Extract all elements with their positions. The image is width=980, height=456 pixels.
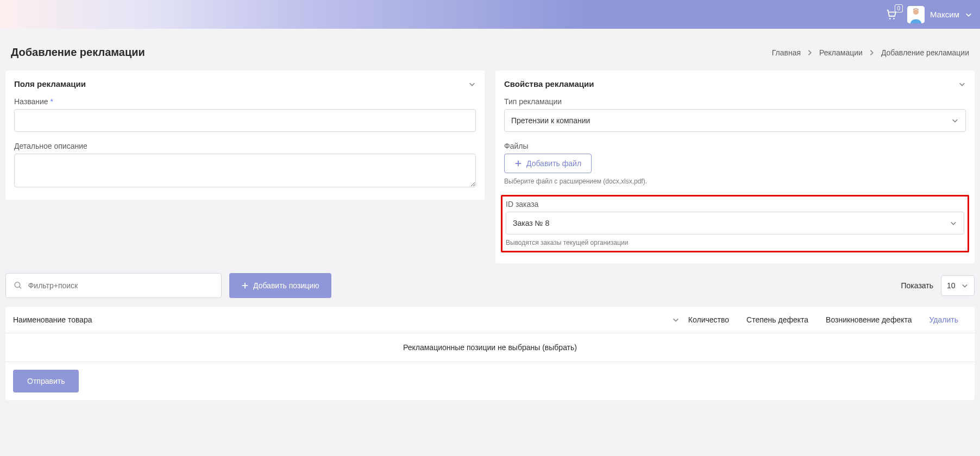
positions-table: Наименование товара Количество Степень д… xyxy=(5,307,975,400)
breadcrumb-reclamations[interactable]: Рекламации xyxy=(819,48,863,57)
user-name-label: Максим xyxy=(930,10,959,19)
search-icon xyxy=(14,281,23,290)
add-position-button[interactable]: Добавить позицию xyxy=(229,273,331,298)
type-label: Тип рекламации xyxy=(504,97,966,106)
add-file-button[interactable]: Добавить файл xyxy=(504,154,592,173)
sort-icon[interactable] xyxy=(672,316,680,324)
type-select[interactable]: Претензии к компании xyxy=(504,109,966,132)
avatar xyxy=(907,6,925,23)
collapse-toggle[interactable] xyxy=(958,80,966,88)
table-empty-row: Рекламационные позиции не выбраны (выбра… xyxy=(5,333,975,362)
page-size-value: 10 xyxy=(947,281,956,290)
svg-point-0 xyxy=(889,17,891,19)
chevron-right-icon xyxy=(868,49,876,56)
collapse-toggle[interactable] xyxy=(468,80,476,88)
col-product-name[interactable]: Наименование товара xyxy=(13,315,92,324)
page-header-row: Добавление рекламации Главная Рекламации… xyxy=(0,29,980,71)
cart-count-badge: 0 xyxy=(895,4,903,12)
chevron-right-icon xyxy=(806,49,814,56)
order-hint: Выводятся заказы текущей организации xyxy=(506,239,964,246)
svg-point-1 xyxy=(893,17,895,19)
breadcrumb: Главная Рекламации Добавление рекламации xyxy=(772,48,969,57)
positions-controls: Добавить позицию Показать 10 xyxy=(0,263,980,298)
table-header: Наименование товара Количество Степень д… xyxy=(5,307,975,333)
order-id-label: ID заказа xyxy=(506,200,964,208)
panel-reclamation-properties: Свойства рекламации Тип рекламации Прете… xyxy=(495,71,975,263)
submit-button[interactable]: Отправить xyxy=(13,370,79,392)
order-id-value: Заказ № 8 xyxy=(513,219,549,227)
chevron-down-icon xyxy=(965,11,972,18)
user-menu[interactable]: Максим xyxy=(907,6,972,23)
description-textarea[interactable] xyxy=(14,154,476,187)
order-id-highlight: ID заказа Заказ № 8 Выводятся заказы тек… xyxy=(501,195,969,252)
col-defect-level: Степень дефекта xyxy=(738,315,817,324)
chevron-down-icon xyxy=(951,117,959,124)
panel-fields-title: Поля рекламации xyxy=(14,79,86,88)
col-quantity: Количество xyxy=(680,315,738,324)
panel-props-title: Свойства рекламации xyxy=(504,79,594,88)
order-id-select[interactable]: Заказ № 8 xyxy=(506,212,964,235)
page-size-select[interactable]: 10 xyxy=(941,275,975,296)
chevron-down-icon xyxy=(961,282,969,289)
page-title: Добавление рекламации xyxy=(11,46,145,59)
panel-reclamation-fields: Поля рекламации Название * Детальное опи… xyxy=(5,71,485,200)
description-label: Детальное описание xyxy=(14,142,476,150)
type-select-value: Претензии к компании xyxy=(511,116,590,125)
show-label: Показать xyxy=(901,281,933,290)
breadcrumb-current: Добавление рекламации xyxy=(881,48,969,57)
cart-button[interactable]: 0 xyxy=(885,9,897,21)
svg-point-3 xyxy=(913,9,919,15)
filter-search-input[interactable] xyxy=(28,281,213,290)
chevron-down-icon xyxy=(950,219,957,227)
app-header: 0 Максим xyxy=(0,0,980,29)
plus-icon xyxy=(514,160,522,167)
plus-icon xyxy=(241,282,249,289)
filter-search-wrap[interactable] xyxy=(5,273,222,298)
svg-point-4 xyxy=(15,282,20,288)
name-input[interactable] xyxy=(14,109,476,132)
files-label: Файлы xyxy=(504,142,966,150)
name-label: Название * xyxy=(14,97,476,106)
file-hint: Выберите файл с расширением (docx,xlsx,p… xyxy=(504,178,966,185)
choose-positions-link[interactable]: (выбрать) xyxy=(542,343,577,352)
breadcrumb-home[interactable]: Главная xyxy=(772,48,801,57)
col-defect-origin: Возникновение дефекта xyxy=(817,315,920,324)
col-delete[interactable]: Удалить xyxy=(921,315,967,324)
